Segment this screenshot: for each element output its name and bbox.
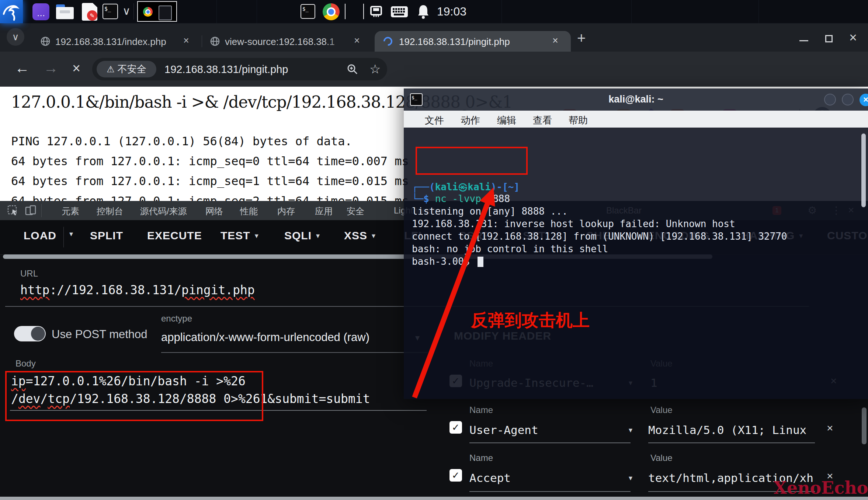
hackbar-split-divider — [63, 227, 64, 247]
active-task-thumbnail[interactable] — [137, 1, 177, 22]
address-bar[interactable]: ⚠ 不安全 192.168.38.131/pingit.php ☆ — [92, 58, 387, 80]
window-maximize-button[interactable] — [825, 35, 833, 42]
zoom-icon[interactable] — [347, 63, 358, 75]
bottom-scrollbar[interactable] — [0, 497, 868, 500]
terminal-output-line: connect to [192.168.38.128] from (UNKNOW… — [412, 231, 787, 242]
bookmark-star-icon[interactable]: ☆ — [369, 62, 381, 76]
use-post-toggle[interactable] — [14, 326, 46, 341]
terminal-menu-edit[interactable]: 编辑 — [497, 114, 516, 127]
window-minimize-button[interactable] — [799, 40, 808, 41]
terminal-prompt-glyph: $_ — [104, 6, 111, 12]
header-name-field[interactable]: User-Agent — [469, 423, 538, 437]
hackbar-load-caret[interactable]: ▾ — [69, 229, 73, 238]
forward-button[interactable]: → — [44, 60, 58, 76]
taskbar-chevron-icon[interactable]: ∨ — [122, 4, 131, 17]
terminal-scrollbar-thumb[interactable] — [861, 133, 866, 207]
devtools-tab-application[interactable]: 应用 — [315, 205, 333, 217]
terminal-maximize-button[interactable] — [842, 94, 854, 105]
terminal-menu-view[interactable]: 查看 — [533, 114, 552, 127]
stop-loading-button[interactable]: × — [72, 60, 80, 76]
devtools-tab-security[interactable]: 安全 — [347, 205, 364, 217]
hackbar-sqli-menu[interactable]: SQLI▾ — [284, 229, 320, 242]
tab-close-icon[interactable]: × — [183, 35, 189, 46]
back-button[interactable]: ← — [15, 60, 29, 76]
terminal-menubar: 文件 动作 编辑 查看 帮助 — [404, 111, 868, 128]
enctype-select-value[interactable]: application/x-www-form-urlencoded (raw) — [161, 331, 369, 344]
inspect-element-icon[interactable] — [7, 205, 18, 216]
taskbar-grid-line — [257, 0, 257, 23]
terminal-menu-actions[interactable]: 动作 — [461, 114, 480, 127]
header-checkbox[interactable]: ✓ — [449, 469, 462, 482]
clock[interactable]: 19:03 — [437, 5, 466, 18]
tray-terminal-icon[interactable]: $_ — [301, 4, 315, 19]
terminal-last-prompt: bash-3.00$ — [412, 256, 470, 267]
terminal-mini-window — [159, 6, 172, 20]
taskbar-grid-line — [631, 0, 632, 23]
hackbar-test-menu[interactable]: TEST▾ — [221, 229, 259, 242]
ping-output-line: PING 127.0.0.1 (127.0.0.1) 56(84) bytes … — [11, 134, 352, 148]
tab-pingit-php-active[interactable]: 192.168.38.131/pingit.php × — [375, 31, 571, 52]
dropdown-caret-icon[interactable]: ▾ — [629, 426, 632, 434]
hackbar-split-button[interactable]: SPLIT — [90, 229, 123, 242]
notification-bell-icon[interactable] — [417, 4, 430, 19]
security-chip[interactable]: ⚠ 不安全 — [97, 61, 156, 77]
folder-slot — [60, 10, 70, 13]
tab-title: 192.168.38.131/index.php — [55, 36, 177, 48]
ping-output-line: 64 bytes from 127.0.0.1: icmp_seq=0 ttl=… — [11, 154, 409, 168]
terminal-titlebar[interactable]: $_ kali@kali: ~ × — [404, 88, 868, 111]
browser-toolbar: ← → × ⚠ 不安全 192.168.38.131/pingit.php ☆ — [0, 52, 868, 87]
devtools-tab-performance[interactable]: 性能 — [240, 205, 258, 217]
header-remove-button[interactable]: × — [827, 422, 833, 434]
screen: ⋯ ✎ $_ ∨ $_ — [0, 0, 868, 500]
tab-search-button[interactable]: ∨ — [7, 28, 24, 46]
globe-favicon — [210, 37, 220, 46]
vertical-scrollbar-thumb[interactable] — [862, 407, 867, 444]
url-text[interactable]: 192.168.38.131/pingit.php — [164, 63, 288, 76]
security-chip-label: 不安全 — [118, 63, 146, 76]
body-field-label: Body — [15, 358, 36, 369]
hackbar-execute-button[interactable]: EXECUTE — [147, 229, 202, 242]
terminal-minimize-button[interactable] — [824, 94, 836, 105]
tab-close-icon[interactable]: × — [552, 35, 558, 46]
header-checkbox[interactable]: ✓ — [449, 421, 462, 434]
header-value-field[interactable]: Mozilla/5.0 (X11; Linux — [648, 423, 806, 437]
check-icon: ✓ — [452, 422, 460, 433]
terminal-output-line: listening on [any] 8888 ... — [412, 206, 568, 217]
use-post-label: Use POST method — [52, 328, 147, 341]
network-tray-icon[interactable] — [369, 4, 383, 19]
file-manager-icon[interactable] — [56, 4, 74, 19]
keyboard-tray-icon[interactable] — [390, 6, 409, 18]
field-underline — [469, 491, 631, 492]
devtools-tab-sources[interactable]: 源代码/来源 — [140, 205, 187, 217]
terminal-launcher-icon[interactable]: $_ — [103, 4, 118, 19]
url-field-value[interactable]: http://192.168.38.131/pingit.php — [20, 283, 255, 297]
tab-close-icon[interactable]: × — [354, 35, 360, 46]
devtools-tab-network[interactable]: 网络 — [205, 205, 223, 217]
tab-index-php[interactable]: 192.168.38.131/index.php × — [34, 31, 200, 52]
hackbar-load-button[interactable]: LOAD — [24, 229, 56, 242]
devtools-tab-console[interactable]: 控制台 — [97, 205, 123, 217]
devtools-tab-memory[interactable]: 内存 — [277, 205, 295, 217]
terminal-menu-file[interactable]: 文件 — [425, 114, 444, 127]
kali-menu-button[interactable] — [0, 0, 23, 23]
kali-dragon-icon — [0, 0, 23, 23]
tab-bar: ∨ 192.168.38.131/index.php × view-source… — [0, 23, 868, 52]
hackbar-xss-menu[interactable]: XSS▾ — [344, 229, 376, 242]
tab-view-source[interactable]: view-source:192.168.38.1 × — [204, 31, 370, 52]
tray-chrome-icon[interactable] — [323, 3, 340, 20]
dropdown-caret-icon: ▾ — [69, 229, 73, 238]
dropdown-caret-icon[interactable]: ▾ — [629, 473, 632, 482]
text-editor-icon[interactable]: ✎ — [82, 3, 97, 21]
terminal-cursor — [478, 257, 483, 267]
globe-favicon — [41, 37, 50, 46]
header-name-field[interactable]: Accept — [469, 471, 511, 485]
app-menu-icon[interactable]: ⋯ — [32, 3, 49, 20]
new-tab-button[interactable]: + — [577, 30, 586, 46]
window-close-button[interactable]: × — [849, 30, 857, 45]
device-toolbar-icon[interactable] — [25, 205, 36, 216]
chrome-mini-logo — [143, 7, 153, 17]
devtools-tab-elements[interactable]: 元素 — [62, 205, 79, 217]
taskbar-separator — [133, 3, 134, 20]
terminal-menu-help[interactable]: 帮助 — [569, 114, 588, 127]
terminal-title: kali@kali: ~ — [404, 94, 868, 105]
